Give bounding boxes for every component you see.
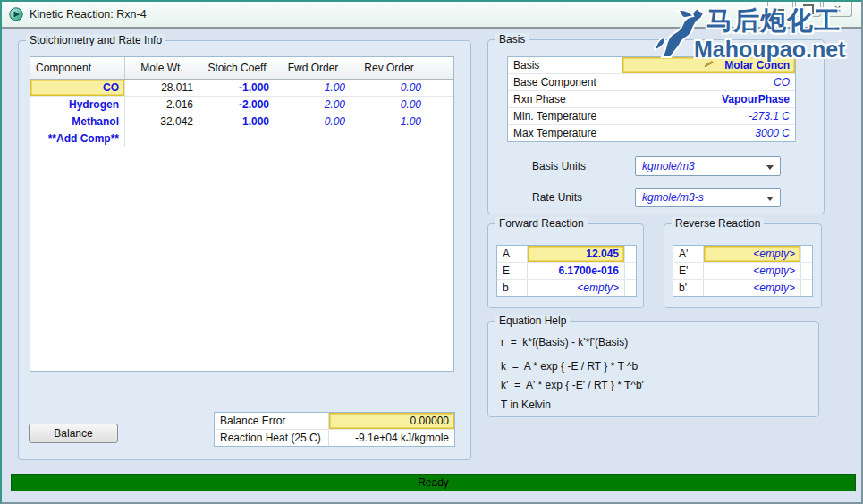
reaction-play-icon xyxy=(9,7,23,21)
balance-table: Balance Error 0.00000 Reaction Heat (25 … xyxy=(214,412,455,447)
fwd-b-label: b xyxy=(497,280,528,296)
forward-reaction-group-label: Forward Reaction xyxy=(495,217,588,230)
cell-fwd-methanol[interactable]: 0.00 xyxy=(275,113,351,130)
cell-molewt-co: 28.011 xyxy=(125,80,199,96)
rate-units-combo[interactable]: kgmole/m3-s xyxy=(635,188,781,207)
rev-b-value[interactable]: <empty> xyxy=(704,280,801,296)
cell-rev-co[interactable]: 0.00 xyxy=(351,80,427,96)
reaction-heat-label: Reaction Heat (25 C) xyxy=(215,430,329,446)
header-rev-order: Rev Order xyxy=(351,57,427,79)
rxn-phase-label: Rxn Phase xyxy=(508,91,622,107)
cell-molewt-hydrogen: 2.016 xyxy=(125,97,199,113)
rate-units-label: Rate Units xyxy=(532,191,582,204)
rev-e-label: E' xyxy=(673,263,704,279)
balance-error-row: Balance Error 0.00000 xyxy=(215,413,454,430)
header-filler xyxy=(427,57,453,79)
close-icon: × xyxy=(834,4,841,14)
reaction-heat-row: Reaction Heat (25 C) -9.1e+04 kJ/kgmole xyxy=(215,430,454,446)
rxn-phase-value[interactable]: VapourPhase xyxy=(622,91,795,107)
fwd-a-label: A xyxy=(497,246,528,262)
balance-button[interactable]: Balance xyxy=(29,424,118,443)
balance-error-label: Balance Error xyxy=(215,413,329,429)
base-component-value[interactable]: CO xyxy=(622,74,795,90)
window-title: Kinetic Reaction: Rxn-4 xyxy=(30,2,147,27)
basis-row: Basis Molar Concn xyxy=(508,57,795,74)
header-component: Component xyxy=(30,57,125,79)
cell-rev-methanol[interactable]: 1.00 xyxy=(351,113,427,130)
cell-component-methanol[interactable]: Methanol xyxy=(30,113,125,130)
close-button[interactable]: × xyxy=(823,2,852,17)
equation-rate: r = k*f(Basis) - k'*f'(Basis) xyxy=(501,336,628,349)
cell-component-hydrogen[interactable]: Hydrogen xyxy=(30,97,125,113)
status-bar: Ready xyxy=(11,474,856,491)
fwd-a-row: A 12.045 xyxy=(497,246,636,263)
equation-help-group-label: Equation Help xyxy=(495,315,570,327)
header-stoich-coeff: Stoich Coeff xyxy=(199,57,275,79)
fwd-a-value[interactable]: 12.045 xyxy=(528,246,625,262)
basis-group-label: Basis xyxy=(495,33,529,46)
basis-table: Basis Molar Concn Base Component CO Rxn … xyxy=(507,56,796,142)
equation-temperature-note: T in Kelvin xyxy=(501,399,551,411)
rev-b-row: b' <empty> xyxy=(673,280,812,296)
edit-pencil-icon xyxy=(704,60,715,68)
cell-add-comp[interactable]: **Add Comp** xyxy=(30,130,125,147)
cell-stoich-hydrogen[interactable]: -2.000 xyxy=(199,97,275,113)
rxn-phase-row: Rxn Phase VapourPhase xyxy=(508,91,795,108)
cell-rev-hydrogen[interactable]: 0.00 xyxy=(351,97,427,113)
max-temperature-row: Max Temperature 3000 C xyxy=(508,125,795,141)
min-temperature-label: Min. Temperature xyxy=(508,108,622,124)
equation-k-prime: k' = A' * exp { -E' / RT } * T^b' xyxy=(501,379,644,391)
rev-a-label: A' xyxy=(673,246,704,262)
base-component-label: Base Component xyxy=(508,74,622,90)
cell-stoich-co[interactable]: -1.000 xyxy=(199,80,275,96)
basis-units-value: kgmole/m3 xyxy=(642,157,695,175)
fwd-e-value[interactable]: 6.1700e-016 xyxy=(528,263,625,279)
min-temperature-row: Min. Temperature -273.1 C xyxy=(508,108,795,125)
header-fwd-order: Fwd Order xyxy=(275,57,351,79)
reaction-heat-value: -9.1e+04 kJ/kgmole xyxy=(329,430,454,446)
header-mole-wt: Mole Wt. xyxy=(125,57,199,79)
restore-icon xyxy=(803,4,814,14)
rev-e-row: E' <empty> xyxy=(673,263,812,280)
rate-units-value: kgmole/m3-s xyxy=(642,189,704,206)
kinetic-reaction-window: Kinetic Reaction: Rxn-4 × 马后炮化工 Mahoupao… xyxy=(0,0,863,504)
basis-units-label: Basis Units xyxy=(532,160,586,172)
stoichiometry-table-header: Component Mole Wt. Stoich Coeff Fwd Orde… xyxy=(30,57,453,80)
cell-fwd-co[interactable]: 1.00 xyxy=(275,80,351,96)
cell-stoich-methanol[interactable]: 1.000 xyxy=(199,113,275,130)
status-text: Ready xyxy=(418,476,449,489)
basis-value[interactable]: Molar Concn xyxy=(622,57,795,73)
reverse-reaction-group-label: Reverse Reaction xyxy=(672,217,764,230)
fwd-e-row: E 6.1700e-016 xyxy=(497,263,636,280)
fwd-e-label: E xyxy=(497,263,528,279)
minimize-button[interactable] xyxy=(767,2,793,17)
fwd-b-row: b <empty> xyxy=(497,280,636,296)
cell-molewt-methanol: 32.042 xyxy=(125,113,199,130)
table-row-methanol: Methanol 32.042 1.000 0.00 1.00 xyxy=(30,113,453,130)
min-temperature-value[interactable]: -273.1 C xyxy=(622,108,795,124)
stoichiometry-group-label: Stoichiometry and Rate Info xyxy=(26,34,165,46)
table-row-co: CO 28.011 -1.000 1.00 0.00 xyxy=(30,80,453,97)
title-bar: Kinetic Reaction: Rxn-4 xyxy=(2,2,861,29)
max-temperature-label: Max Temperature xyxy=(508,125,622,141)
chevron-down-icon xyxy=(766,165,774,170)
cell-component-co[interactable]: CO xyxy=(30,80,125,96)
equation-help-group: Equation Help r = k*f(Basis) - k'*f'(Bas… xyxy=(487,321,819,417)
forward-reaction-table: A 12.045 E 6.1700e-016 b <empty> xyxy=(496,245,637,297)
basis-units-combo[interactable]: kgmole/m3 xyxy=(635,156,781,176)
minimize-icon xyxy=(776,9,784,12)
maximize-button[interactable] xyxy=(795,2,821,17)
equation-k: k = A * exp { -E / RT } * T ^b xyxy=(501,360,638,373)
cell-fwd-hydrogen[interactable]: 2.00 xyxy=(275,97,351,113)
rev-e-value[interactable]: <empty> xyxy=(704,263,801,279)
stoichiometry-table: Component Mole Wt. Stoich Coeff Fwd Orde… xyxy=(30,56,454,372)
table-row-add-comp: **Add Comp** xyxy=(30,130,453,147)
window-controls: × xyxy=(767,2,852,17)
rev-a-value[interactable]: <empty> xyxy=(704,246,801,262)
fwd-b-value[interactable]: <empty> xyxy=(528,280,625,296)
max-temperature-value[interactable]: 3000 C xyxy=(622,125,795,141)
rev-a-row: A' <empty> xyxy=(673,246,812,263)
rev-b-label: b' xyxy=(673,280,704,296)
base-component-row: Base Component CO xyxy=(508,74,795,91)
basis-label: Basis xyxy=(508,57,622,73)
